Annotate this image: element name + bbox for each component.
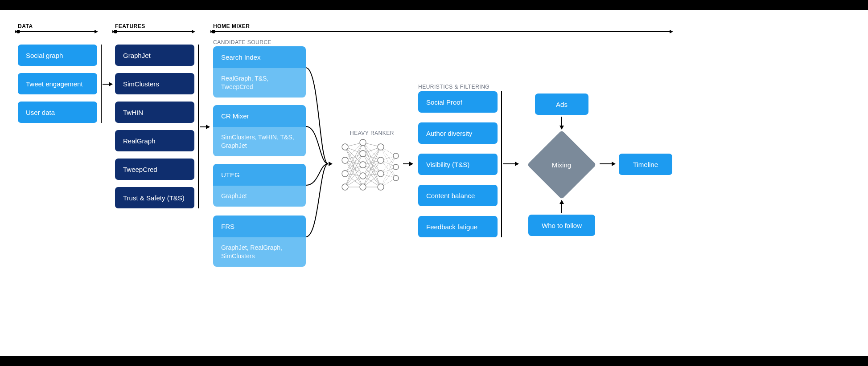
section-header-features: FEATURES xyxy=(115,23,145,29)
svg-point-52 xyxy=(342,144,348,150)
arrow-merge-head xyxy=(328,163,332,164)
candidate-name: CR Mixer xyxy=(221,112,249,120)
svg-point-63 xyxy=(378,171,384,177)
diamond-mixing: Mixing xyxy=(527,130,596,199)
box-label: Timeline xyxy=(633,161,658,168)
box-label: Who to follow xyxy=(542,222,582,229)
box-feature-3: RealGraph xyxy=(115,130,194,151)
box-wtf: Who to follow xyxy=(528,215,595,236)
box-label: SimClusters xyxy=(123,80,159,88)
box-label: Feedback fatigue xyxy=(426,223,477,231)
svg-point-56 xyxy=(360,139,366,146)
section-header-data: DATA xyxy=(18,23,33,29)
candidate-name: Search Index xyxy=(221,53,260,61)
candidate-uses: SimClusters, TwHIN, T&S, GraphJet xyxy=(221,134,294,149)
box-feature-2: TwHIN xyxy=(115,102,194,123)
box-heuristic-0: Social Proof xyxy=(418,91,498,113)
candidate-name: FRS xyxy=(221,223,234,230)
section-arrow-data xyxy=(18,31,97,32)
svg-point-66 xyxy=(393,164,399,170)
svg-point-62 xyxy=(378,157,384,163)
divider-data xyxy=(101,45,102,123)
sub-header-candidate-source: CANDIDATE SOURCE xyxy=(213,39,272,45)
box-heuristic-2: Visibility (T&S) xyxy=(418,154,498,175)
divider-heuristics xyxy=(501,91,502,237)
sub-header-heavy-ranker: HEAVY RANKER xyxy=(350,130,394,136)
svg-point-57 xyxy=(360,150,366,157)
box-label: Visibility (T&S) xyxy=(426,161,469,168)
box-label: Social graph xyxy=(26,52,63,59)
svg-point-54 xyxy=(342,171,348,177)
section-arrow-features xyxy=(115,31,194,32)
box-feature-4: TweepCred xyxy=(115,159,194,180)
arrow-mixing-to-timeline xyxy=(600,163,615,164)
candidate-uses: RealGraph, T&S, TweepCred xyxy=(221,75,268,90)
box-label: Author diversity xyxy=(426,130,472,137)
box-label: GraphJet xyxy=(123,52,151,59)
arrow-ranker-to-heuristics xyxy=(403,163,413,164)
heavy-ranker-icon xyxy=(339,138,401,193)
svg-point-53 xyxy=(342,157,348,163)
svg-point-60 xyxy=(360,184,366,190)
box-data-0: Social graph xyxy=(18,45,97,66)
section-arrow-home-mixer xyxy=(213,31,672,32)
arrow-heuristics-to-mixing xyxy=(503,163,518,164)
divider-features xyxy=(198,45,199,208)
candidate-3: FRS GraphJet, RealGraph, SimClusters xyxy=(213,216,306,267)
box-ads: Ads xyxy=(535,94,588,115)
box-feature-5: Trust & Safety (T&S) xyxy=(115,187,194,208)
svg-point-67 xyxy=(393,175,399,181)
svg-point-58 xyxy=(360,162,366,168)
box-heuristic-4: Feedback fatigue xyxy=(418,216,498,237)
box-heuristic-3: Content balance xyxy=(418,185,498,206)
box-label: TwHIN xyxy=(123,109,143,116)
box-data-2: User data xyxy=(18,102,97,123)
box-label: TweepCred xyxy=(123,166,157,173)
candidate-2: UTEG GraphJet xyxy=(213,164,306,207)
svg-point-59 xyxy=(360,173,366,179)
box-timeline: Timeline xyxy=(619,154,672,175)
svg-point-65 xyxy=(393,153,399,159)
candidate-1: CR Mixer SimClusters, TwHIN, T&S, GraphJ… xyxy=(213,105,306,156)
diamond-label: Mixing xyxy=(552,161,571,168)
merge-curves xyxy=(306,45,337,267)
box-feature-0: GraphJet xyxy=(115,45,194,66)
svg-point-64 xyxy=(378,184,384,190)
arrow-ads-down xyxy=(561,117,562,129)
section-header-home-mixer: HOME MIXER xyxy=(213,23,250,29)
box-label: Trust & Safety (T&S) xyxy=(123,194,185,202)
candidate-0: Search Index RealGraph, T&S, TweepCred xyxy=(213,46,306,98)
letterbox-top xyxy=(0,0,868,10)
box-data-1: Tweet engagement xyxy=(18,73,97,94)
svg-point-61 xyxy=(378,144,384,150)
box-label: RealGraph xyxy=(123,137,156,145)
box-label: User data xyxy=(26,109,55,116)
arrow-features-to-candidates xyxy=(200,126,210,127)
candidate-name: UTEG xyxy=(221,171,240,179)
box-feature-1: SimClusters xyxy=(115,73,194,94)
box-heuristic-1: Author diversity xyxy=(418,122,498,144)
box-label: Content balance xyxy=(426,192,475,199)
box-label: Tweet engagement xyxy=(26,80,83,88)
svg-point-55 xyxy=(342,184,348,190)
arrow-wtf-up xyxy=(561,200,562,213)
box-label: Ads xyxy=(556,101,568,108)
arrow-data-to-features xyxy=(103,84,112,85)
box-label: Social Proof xyxy=(426,98,462,106)
sub-header-heuristics: HEURISTICS & FILTERING xyxy=(418,84,490,90)
candidate-uses: GraphJet xyxy=(221,192,247,199)
letterbox-bottom xyxy=(0,356,868,366)
candidate-uses: GraphJet, RealGraph, SimClusters xyxy=(221,244,282,260)
